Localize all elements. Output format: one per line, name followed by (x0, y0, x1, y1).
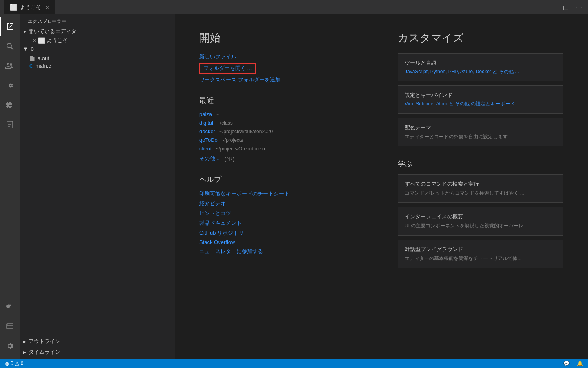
card-settings-keybindings[interactable]: 設定とキーバインド Vim, Sublime, Atom と その他 の設定とキ… (398, 85, 564, 114)
file-aout[interactable]: a.out (20, 54, 175, 62)
open-editors-chevron: ▼ (23, 29, 27, 34)
activity-icon-search[interactable] (0, 36, 20, 56)
warning-icon: ⚠ (15, 361, 20, 367)
welcome-tab[interactable]: ⬜ ようこそ ✕ (4, 0, 55, 14)
card-tools-link-text[interactable]: JavaScript, Python, PHP, Azure, Docker と… (405, 69, 519, 74)
more-actions-button[interactable]: ⋯ (574, 2, 584, 12)
folder-chevron: ▼ (23, 46, 28, 52)
recent-name-gotodo[interactable]: goToDo (199, 137, 218, 143)
card-settings-links: Vim, Sublime, Atom と その他 の設定とキーボード ... (405, 101, 557, 108)
file-aout-label: a.out (38, 55, 49, 61)
help-tips[interactable]: ヒントとコツ (199, 210, 365, 217)
timeline-section[interactable]: ▶ タイムライン (20, 347, 175, 357)
bell-icon: 🔔 (577, 361, 583, 366)
card-command-search[interactable]: すべてのコマンドの検索と実行 コマンド パレットからコマンドを検索してすばやく … (398, 174, 564, 203)
open-editors-section[interactable]: ▼ 開いているエディター (20, 27, 175, 36)
outline-section[interactable]: ▶ アウトライン (20, 336, 175, 347)
card-settings-link-text[interactable]: Vim, Sublime, Atom と その他 の設定とキーボード ... (405, 101, 521, 107)
recent-path-paiza: ~ (216, 112, 219, 117)
help-cheatsheet[interactable]: 印刷可能なキーボードのチートシート (199, 190, 365, 197)
debug-icon (5, 81, 14, 90)
scm-icon (5, 61, 14, 70)
activity-icon-scm[interactable] (0, 56, 20, 76)
status-right: 💬 🔔 (562, 361, 585, 366)
recent-section-title: 最近 (199, 96, 365, 105)
activity-icon-extensions[interactable] (0, 95, 20, 115)
card-interface-title: インターフェイスの概要 (405, 213, 557, 220)
activity-icon-docker[interactable] (0, 297, 20, 316)
feedback-button[interactable]: 💬 (562, 361, 571, 366)
card-playground-title: 対話型プレイグラウンド (405, 246, 557, 253)
extensions-icon (5, 101, 14, 110)
welcome-left: 開始 新しいファイル フォルダーを開く ... ワークスペース フォルダーを追加… (199, 31, 365, 343)
notebook-icon (6, 121, 14, 129)
recent-path-docker: ~/projects/koukaten2020 (219, 129, 273, 135)
open-folder-link[interactable]: フォルダーを開く ... (203, 65, 252, 71)
recent-name-client[interactable]: client (199, 146, 212, 152)
warning-count: 0 (21, 361, 24, 366)
card-color-desc: エディターとコードの外観を自由に設定します (405, 133, 557, 140)
more-shortcut: (^R) (225, 156, 234, 162)
card-tools-languages[interactable]: ツールと言語 JavaScript, Python, PHP, Azure, D… (398, 53, 564, 81)
explorer-icon (6, 22, 15, 31)
main-layout: エクスプローラー ▼ 開いているエディター ✕ ⬜ ようこそ ▼ c (0, 14, 588, 359)
recent-name-docker[interactable]: docker (199, 128, 215, 135)
file-mainc[interactable]: C main.c (20, 62, 175, 70)
card-command-desc: コマンド パレットからコマンドを検索してすばやく ... (405, 189, 557, 197)
recent-name-digital[interactable]: digital (199, 120, 213, 126)
tab-close-icon[interactable]: ✕ (45, 5, 49, 10)
add-workspace-link[interactable]: ワークスペース フォルダーを追加... (199, 76, 365, 83)
outline-chevron: ▶ (23, 339, 26, 344)
activity-icon-remote[interactable] (0, 316, 20, 336)
folder-c[interactable]: ▼ c (20, 45, 175, 53)
recent-path-client: ~/projects/Orenotorero (216, 146, 265, 152)
card-interface-overview[interactable]: インターフェイスの概要 UI の主要コンポーネントを解説した視覚的オーバーレ..… (398, 207, 564, 236)
open-folder-container: フォルダーを開く ... (199, 63, 365, 74)
card-color-title: 配色テーマ (405, 124, 557, 131)
activity-icon-notebook[interactable] (0, 115, 20, 135)
bell-button[interactable]: 🔔 (575, 361, 585, 366)
outline-label: アウトライン (29, 338, 60, 345)
search-icon (5, 42, 14, 51)
activity-icon-debug[interactable] (0, 76, 20, 95)
svg-point-7 (9, 324, 9, 325)
card-playground-desc: エディターの基本機能を簡潔なチュートリアルで体... (405, 255, 557, 262)
customize-section-title: カスタマイズ (398, 31, 564, 45)
recent-name-paiza[interactable]: paiza (199, 111, 212, 117)
recent-item-paiza: paiza ~ (199, 111, 365, 117)
activity-icon-settings[interactable] (0, 336, 20, 356)
docker-icon (5, 302, 14, 311)
file-icon-plain (29, 56, 35, 61)
activity-icon-explorer[interactable] (0, 17, 20, 36)
vscode-file-icon: ⬜ (38, 37, 45, 44)
help-newsletter[interactable]: ニュースレターに参加する (199, 248, 365, 255)
open-editor-item[interactable]: ✕ ⬜ ようこそ (20, 36, 175, 45)
start-section-title: 開始 (199, 31, 365, 45)
help-intro-video[interactable]: 紹介ビデオ (199, 200, 365, 207)
more-recent-link[interactable]: その他... (199, 155, 220, 162)
recent-item-gotodo: goToDo ~/projects (199, 137, 365, 143)
folder-c-label: c (31, 47, 34, 52)
file-icon-c: C (29, 63, 33, 69)
card-playground[interactable]: 対話型プレイグラウンド エディターの基本機能を簡潔なチュートリアルで体... (398, 240, 564, 268)
close-editor-icon[interactable]: ✕ (33, 38, 36, 43)
help-section-title: ヘルプ (199, 175, 365, 184)
more-recent-row: その他... (^R) (199, 155, 365, 162)
sidebar-header: エクスプローラー (20, 14, 175, 27)
open-editors-label: 開いているエディター (29, 28, 82, 35)
card-settings-title: 設定とキーバインド (405, 92, 557, 99)
help-stackoverflow[interactable]: Stack Overflow (199, 239, 365, 245)
timeline-label: タイムライン (29, 348, 60, 356)
activity-bar (0, 14, 20, 359)
settings-icon (5, 341, 14, 350)
sidebar-bottom: ▶ アウトライン ▶ タイムライン (20, 334, 175, 359)
card-color-theme[interactable]: 配色テーマ エディターとコードの外観を自由に設定します (398, 118, 564, 146)
title-bar: ⬜ ようこそ ✕ ◫ ⋯ (0, 0, 588, 14)
split-editor-button[interactable]: ◫ (561, 3, 570, 11)
help-docs[interactable]: 製品ドキュメント (199, 220, 365, 227)
help-github[interactable]: GitHub リポジトリ (199, 229, 365, 237)
new-file-link[interactable]: 新しいファイル (199, 53, 365, 61)
file-mainc-label: main.c (36, 63, 51, 69)
timeline-chevron: ▶ (23, 350, 26, 355)
status-errors[interactable]: ⊗ 0 ⚠ 0 (3, 361, 25, 367)
